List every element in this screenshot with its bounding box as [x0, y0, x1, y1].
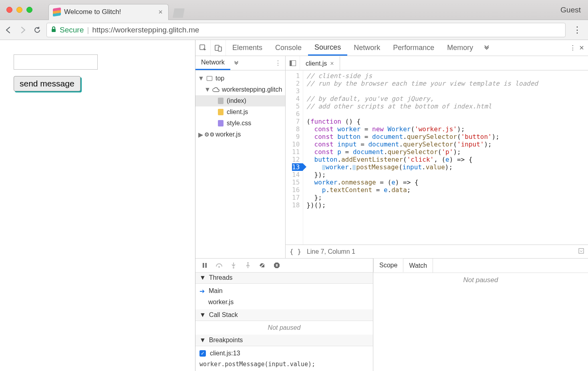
tree-frame-top[interactable]: ▼ top — [195, 73, 285, 84]
svg-rect-14 — [277, 264, 278, 267]
svg-rect-0 — [52, 29, 56, 32]
back-button[interactable] — [3, 25, 14, 35]
callstack-section-header[interactable]: ▼ Call Stack — [195, 309, 373, 321]
tree-origin[interactable]: ▼ workerstepping.glitch — [195, 84, 285, 95]
message-input[interactable] — [14, 54, 98, 70]
secure-label: Secure — [60, 26, 84, 34]
svg-rect-8 — [205, 263, 207, 268]
tree-file-index[interactable]: (index) — [195, 95, 285, 106]
sources-navigator: Network ⋮ ▼ top ▼ — [195, 56, 286, 258]
tab-close-icon[interactable]: × — [158, 8, 163, 16]
svg-rect-3 — [218, 47, 222, 51]
tree-worker[interactable]: ▶ ⚙︎⚙︎ worker.js — [195, 129, 285, 140]
tab-performance[interactable]: Performance — [387, 40, 441, 56]
tree-label: workerstepping.glitch — [222, 86, 282, 93]
step-into-icon[interactable] — [230, 262, 237, 269]
section-label: Threads — [209, 274, 233, 281]
thread-label: worker.js — [208, 299, 234, 306]
tab-sources[interactable]: Sources — [308, 40, 347, 56]
watch-tab[interactable]: Watch — [403, 259, 433, 273]
reload-button[interactable] — [32, 25, 42, 35]
step-over-icon[interactable] — [215, 262, 223, 269]
file-icon — [217, 108, 224, 116]
tab-console[interactable]: Console — [269, 40, 308, 56]
editor-status-menu-icon[interactable] — [578, 248, 584, 255]
devtools-settings-icon[interactable]: ⋮ — [570, 44, 576, 52]
step-marker — [352, 165, 356, 170]
tree-label: top — [215, 75, 224, 82]
deactivate-breakpoints-icon[interactable] — [259, 262, 266, 269]
devtools-tabs: Elements Console Sources Network Perform… — [195, 40, 588, 56]
svg-point-11 — [247, 262, 249, 264]
scope-tab[interactable]: Scope — [373, 258, 403, 272]
breakpoint-source: worker.postMessage(input.value); — [195, 361, 373, 371]
chevron-down-icon: ▼ — [204, 86, 210, 93]
address-bar[interactable]: Secure | https://workerstepping.glitch.m… — [46, 23, 566, 37]
tree-label: client.js — [227, 108, 248, 116]
editor-tab-clientjs[interactable]: client.js × — [300, 56, 340, 70]
svg-rect-6 — [579, 249, 584, 253]
devtools-close-icon[interactable]: × — [579, 43, 584, 52]
debugger-toolbar — [195, 259, 373, 273]
page-viewport: send message — [0, 40, 195, 371]
navigator-more-icon[interactable] — [230, 56, 242, 70]
code-editor[interactable]: 123456789101112131415161718 // client-si… — [286, 70, 588, 245]
devtools-panel: Elements Console Sources Network Perform… — [195, 40, 588, 371]
breakpoint-checkbox[interactable]: ✓ — [199, 350, 206, 357]
gears-icon: ⚙︎⚙︎ — [206, 131, 213, 138]
step-out-icon[interactable] — [244, 262, 252, 269]
breakpoints-section-header[interactable]: ▼ Breakpoints — [195, 335, 373, 346]
window-close-button[interactable] — [6, 7, 12, 13]
tab-network[interactable]: Network — [347, 40, 387, 56]
window-titlebar: Welcome to Glitch! × Guest — [0, 0, 588, 20]
thread-main[interactable]: ➔ Main — [199, 285, 369, 297]
chevron-down-icon: ▼ — [199, 337, 206, 344]
callstack-empty: Not paused — [195, 321, 373, 335]
tree-file-clientjs[interactable]: client.js — [195, 106, 285, 118]
forward-button[interactable] — [18, 25, 28, 35]
inspect-element-icon[interactable] — [195, 40, 211, 56]
new-tab-button[interactable] — [173, 8, 185, 18]
tree-label: (index) — [227, 97, 246, 104]
tabs-overflow-icon[interactable] — [479, 40, 494, 56]
pause-on-exceptions-icon[interactable] — [273, 262, 280, 269]
editor-tab-close-icon[interactable]: × — [330, 60, 334, 67]
editor-status-bar: { } Line 7, Column 1 — [286, 245, 588, 258]
tree-file-stylecss[interactable]: style.css — [195, 118, 285, 129]
breakpoint-marker[interactable]: 13 — [292, 163, 303, 171]
tree-label: style.css — [227, 120, 251, 127]
threads-section-header[interactable]: ▼ Threads — [195, 273, 373, 284]
device-toolbar-icon[interactable] — [211, 40, 226, 56]
debugger-panel: ▼ Threads ➔ Main worker.js ▼ Call Stack — [195, 258, 588, 371]
profile-guest-label[interactable]: Guest — [560, 6, 581, 14]
tab-memory[interactable]: Memory — [441, 40, 479, 56]
thread-worker[interactable]: worker.js — [199, 297, 369, 308]
frame-icon — [206, 75, 213, 82]
window-minimize-button[interactable] — [16, 7, 22, 13]
chevron-right-icon: ▶ — [198, 131, 203, 138]
file-tree: ▼ top ▼ workerstepping.glitch (index) — [195, 70, 285, 258]
chevron-down-icon: ▼ — [199, 274, 206, 281]
pause-icon[interactable] — [201, 262, 208, 269]
traffic-lights — [0, 7, 32, 13]
browser-menu-button[interactable]: ⋮ — [570, 25, 585, 35]
pretty-print-icon[interactable]: { } — [290, 248, 301, 255]
file-icon — [217, 97, 224, 104]
line-gutter[interactable]: 123456789101112131415161718 — [286, 70, 303, 245]
code-content[interactable]: // client-side js // run by the browser … — [303, 70, 541, 245]
tab-elements[interactable]: Elements — [226, 40, 269, 56]
send-message-button[interactable]: send message — [14, 76, 81, 91]
lock-icon — [51, 26, 56, 34]
section-label: Call Stack — [209, 311, 238, 319]
svg-point-10 — [233, 267, 234, 269]
toggle-navigator-icon[interactable] — [286, 56, 300, 70]
navigator-menu-icon[interactable]: ⋮ — [271, 56, 285, 70]
current-thread-icon: ➔ — [199, 287, 205, 295]
chevron-down-icon: ▼ — [199, 311, 206, 319]
window-zoom-button[interactable] — [26, 7, 32, 13]
breakpoint-item[interactable]: ✓ client.js:13 — [199, 348, 369, 359]
tab-title: Welcome to Glitch! — [64, 8, 121, 16]
svg-rect-5 — [290, 60, 292, 66]
browser-tab[interactable]: Welcome to Glitch! × — [48, 4, 169, 20]
navigator-tab-network[interactable]: Network — [195, 56, 230, 70]
